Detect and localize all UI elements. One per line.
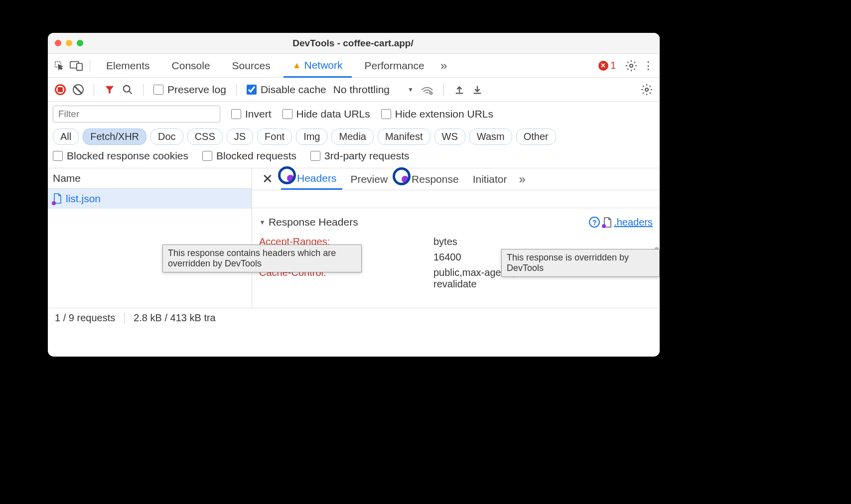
annotation-circle — [393, 167, 411, 185]
file-icon — [603, 217, 611, 227]
tooltip-headers-override: This response contains headers which are… — [162, 245, 362, 272]
panel-settings-icon[interactable] — [641, 84, 653, 96]
status-bar: 1 / 9 requests 2.8 kB / 413 kB tra — [48, 308, 660, 328]
pill-js[interactable]: JS — [227, 128, 253, 145]
override-dot-icon — [52, 201, 56, 205]
request-row-list-json[interactable]: list.json — [48, 189, 252, 209]
file-icon — [53, 193, 62, 204]
filter-bar: Invert Hide data URLs Hide extension URL… — [48, 102, 660, 126]
settings-icon[interactable] — [625, 59, 638, 72]
pill-css[interactable]: CSS — [187, 128, 223, 145]
record-button[interactable] — [55, 84, 66, 95]
preserve-log-checkbox[interactable]: Preserve log — [153, 84, 226, 96]
chevron-down-icon: ▼ — [408, 86, 414, 93]
search-icon[interactable] — [122, 84, 133, 95]
request-count: 1 / 9 requests — [55, 312, 115, 324]
detail-panel: ✕ Headers Preview Response Initiator » — [252, 168, 660, 308]
tab-preview[interactable]: Preview — [344, 169, 394, 189]
tab-network[interactable]: ▲Network — [284, 54, 352, 78]
tab-response[interactable]: Response — [396, 169, 465, 189]
svg-point-4 — [124, 85, 130, 92]
device-toolbar-icon[interactable] — [70, 59, 83, 72]
blocked-cookies-checkbox[interactable]: Blocked response cookies — [53, 150, 188, 162]
pill-img[interactable]: Img — [296, 128, 327, 145]
extra-filters: Blocked response cookies Blocked request… — [48, 150, 660, 168]
window-title: DevTools - coffee-cart.app/ — [53, 38, 653, 49]
clear-button[interactable] — [73, 84, 84, 95]
hide-extension-urls-checkbox[interactable]: Hide extension URLs — [381, 108, 493, 120]
help-icon[interactable]: ? — [589, 217, 600, 228]
resource-type-pills: All Fetch/XHR Doc CSS JS Font Img Media … — [48, 126, 660, 150]
titlebar: DevTools - coffee-cart.app/ — [48, 33, 660, 54]
blocked-requests-checkbox[interactable]: Blocked requests — [202, 150, 296, 162]
main-tabs: Elements Console Sources ▲Network Perfor… — [48, 54, 660, 78]
close-detail-button[interactable]: ✕ — [256, 171, 279, 187]
detail-tabs: ✕ Headers Preview Response Initiator » — [252, 168, 660, 190]
disclosure-triangle-icon: ▼ — [259, 219, 266, 226]
throttling-select[interactable]: No throttling▼ — [333, 84, 414, 96]
invert-checkbox[interactable]: Invert — [231, 108, 272, 120]
pill-ws[interactable]: WS — [434, 128, 465, 145]
filter-icon[interactable] — [104, 84, 115, 95]
pill-manifest[interactable]: Manifest — [378, 128, 430, 145]
pill-doc[interactable]: Doc — [150, 128, 183, 145]
name-column-header[interactable]: Name — [48, 168, 252, 189]
svg-point-3 — [630, 64, 633, 67]
svg-point-6 — [645, 88, 648, 91]
tooltip-response-override: This response is overridden by DevTools — [501, 249, 660, 277]
tab-initiator[interactable]: Initiator — [467, 169, 513, 189]
request-filename: list.json — [66, 193, 101, 205]
pill-media[interactable]: Media — [331, 128, 373, 145]
disable-cache-checkbox[interactable]: Disable cache — [247, 84, 326, 96]
content-area: Name list.json ✕ Headers Preview — [48, 168, 660, 308]
hide-data-urls-checkbox[interactable]: Hide data URLs — [283, 108, 370, 120]
error-icon: ✕ — [598, 61, 608, 71]
annotation-circle — [278, 166, 296, 184]
transfer-size: 2.8 kB / 413 kB tra — [134, 312, 216, 324]
pill-other[interactable]: Other — [516, 128, 556, 145]
pill-fetch-xhr[interactable]: Fetch/XHR — [83, 128, 146, 145]
tab-headers[interactable]: Headers — [281, 168, 342, 190]
more-tabs-icon[interactable]: » — [437, 59, 450, 72]
tab-console[interactable]: Console — [163, 55, 219, 77]
upload-icon[interactable] — [454, 84, 465, 95]
warning-icon: ▲ — [292, 60, 301, 71]
headers-file-link[interactable]: .headers — [614, 217, 653, 228]
response-headers-section[interactable]: ▼ Response Headers ? .headers — [259, 213, 653, 231]
more-detail-tabs-icon[interactable]: » — [515, 172, 530, 186]
network-toolbar: Preserve log Disable cache No throttling… — [48, 78, 660, 102]
pill-wasm[interactable]: Wasm — [469, 128, 512, 145]
pill-all[interactable]: All — [53, 128, 79, 145]
third-party-checkbox[interactable]: 3rd-party requests — [310, 150, 409, 162]
tab-performance[interactable]: Performance — [356, 55, 433, 77]
inspect-icon[interactable] — [53, 59, 66, 72]
svg-rect-2 — [77, 63, 82, 70]
devtools-window: DevTools - coffee-cart.app/ Elements Con… — [48, 33, 660, 357]
network-conditions-icon[interactable] — [421, 84, 433, 95]
filter-input[interactable] — [53, 106, 220, 123]
tab-elements[interactable]: Elements — [97, 55, 159, 77]
download-icon[interactable] — [472, 84, 483, 95]
tab-sources[interactable]: Sources — [223, 55, 280, 77]
requests-list: Name list.json — [48, 168, 252, 308]
pill-font[interactable]: Font — [257, 128, 292, 145]
kebab-menu-icon[interactable]: ⋮ — [642, 59, 655, 72]
error-badge[interactable]: ✕1 — [598, 60, 616, 71]
